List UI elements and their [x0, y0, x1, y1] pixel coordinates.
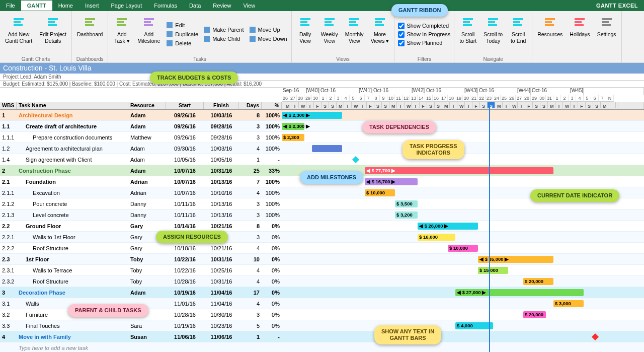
gantt-bar[interactable]: $ 16,000 — [418, 234, 455, 241]
cell-pct[interactable]: 100% — [262, 212, 282, 218]
gantt-bar[interactable]: $ 15,000 — [478, 267, 508, 274]
tab-file[interactable]: File — [0, 1, 21, 11]
cell-days[interactable]: 25 — [239, 168, 262, 174]
cell-resource[interactable]: Adam — [128, 123, 166, 129]
tab-formulas[interactable]: Formulas — [148, 1, 183, 11]
col-start[interactable]: Start — [166, 102, 204, 109]
cell-start[interactable]: 10/28/16 — [166, 312, 204, 318]
cell-task[interactable]: 1st Floor — [17, 256, 128, 262]
add-task-button[interactable]: AddTask ▾ — [111, 13, 132, 55]
add-new-gantt-button[interactable]: Add NewGantt Chart — [3, 13, 34, 55]
cell-pct[interactable]: 0% — [262, 323, 282, 329]
duplicate-button[interactable]: Duplicate — [165, 30, 199, 38]
cell-days[interactable]: 3 — [239, 212, 262, 218]
cell-task[interactable]: Roof Structure — [17, 278, 128, 285]
cell-start[interactable]: 10/07/16 — [166, 190, 204, 196]
tab-data[interactable]: Data — [183, 1, 207, 11]
task-row[interactable]: 2.3.1 Walls to Terrace Toby 10/22/16 10/… — [0, 265, 644, 276]
cell-start[interactable]: 09/30/16 — [166, 146, 204, 152]
cell-start[interactable]: 10/07/16 — [166, 168, 204, 174]
cell-finish[interactable]: 10/21/16 — [204, 245, 239, 251]
cell-start[interactable]: 10/19/16 — [166, 323, 204, 329]
cell-finish[interactable]: 10/31/16 — [204, 256, 239, 262]
cell-finish[interactable]: 09/28/16 — [204, 123, 239, 129]
task-row[interactable]: 3.3 Final Touches Sara 10/19/16 10/23/16… — [0, 320, 644, 331]
cell-resource[interactable]: Adam — [128, 146, 166, 152]
task-row[interactable]: 2.2.1 Walls to 1st Floor Gary 3 0% $ 16,… — [0, 232, 644, 243]
gantt-bar[interactable] — [312, 145, 342, 152]
gantt-bar[interactable]: $ 3,200 — [395, 212, 418, 219]
task-row[interactable]: 1.4 Sign agreement with Client Adam 10/0… — [0, 154, 644, 165]
cell-days[interactable]: 4 — [239, 245, 262, 251]
cell-pct[interactable]: - — [262, 157, 282, 163]
weekly-view-button[interactable]: WeeklyView — [319, 13, 340, 55]
gantt-bar[interactable]: $ 4,000 — [455, 322, 493, 329]
cell-days[interactable]: 1 — [239, 157, 262, 163]
cell-pct[interactable]: 100% — [262, 112, 282, 118]
show-planned-checkbox[interactable]: Show Planned — [397, 39, 451, 47]
cell-pct[interactable]: 0% — [262, 256, 282, 262]
task-row[interactable]: 2.1.3 Level concrete Danny 10/11/16 10/1… — [0, 209, 644, 221]
gantt-bar[interactable]: ◀ $ 16,700 ▶ — [365, 178, 418, 185]
task-row[interactable]: 1.1 Create draft of architecture Adam 09… — [0, 121, 644, 132]
cell-finish[interactable]: 10/25/16 — [204, 267, 239, 273]
col-wbs[interactable]: WBS — [0, 102, 17, 109]
cell-start[interactable]: 09/26/16 — [166, 112, 204, 118]
col-task[interactable]: Task Name — [17, 102, 128, 109]
cell-start[interactable]: 09/26/16 — [166, 134, 204, 140]
cell-resource[interactable]: Toby — [128, 256, 166, 262]
cell-pct[interactable]: 100% — [262, 201, 282, 207]
cell-start[interactable]: 10/14/16 — [166, 223, 204, 229]
cell-task[interactable]: Pour concrete — [17, 201, 128, 207]
cell-task[interactable]: Decoration Phase — [17, 290, 128, 296]
cell-resource[interactable]: Adam — [128, 157, 166, 163]
cell-pct[interactable]: 33% — [262, 168, 282, 174]
cell-days[interactable]: 4 — [239, 146, 262, 152]
make-parent-button[interactable]: Make Parent — [202, 26, 245, 34]
col-resource[interactable]: Resource — [128, 102, 166, 109]
settings-button[interactable]: Settings — [595, 13, 618, 55]
cell-pct[interactable]: 0% — [262, 245, 282, 251]
cell-task[interactable]: Architectural Design — [17, 112, 128, 118]
cell-task[interactable]: Ground Floor — [17, 223, 128, 229]
cell-finish[interactable]: 11/04/16 — [204, 290, 239, 296]
task-row[interactable]: 4 Move in with Family Susan 11/06/16 11/… — [0, 331, 644, 342]
cell-days[interactable]: 7 — [239, 179, 262, 185]
dashboard-button[interactable]: Dashboard — [75, 13, 105, 55]
gantt-bar[interactable]: ◀ $ 2,300 ▶ — [282, 123, 304, 130]
cell-finish[interactable]: 10/13/16 — [204, 179, 239, 185]
move-down-button[interactable]: Move Down — [248, 35, 288, 43]
edit-button[interactable]: Edit — [165, 21, 199, 29]
cell-start[interactable]: 10/28/16 — [166, 278, 204, 285]
cell-finish[interactable]: 10/03/16 — [204, 146, 239, 152]
cell-task[interactable]: Construction Phase — [17, 168, 128, 174]
show-progress-checkbox[interactable]: Show In Progress — [397, 31, 451, 38]
scroll-today-button[interactable]: Scroll toToday — [481, 13, 505, 55]
tab-view[interactable]: View — [237, 1, 261, 11]
cell-pct[interactable]: - — [262, 334, 282, 340]
cell-finish[interactable]: 10/31/16 — [204, 168, 239, 174]
cell-days[interactable]: 3 — [239, 312, 262, 318]
col-finish[interactable]: Finish — [204, 102, 239, 109]
cell-finish[interactable]: 10/30/16 — [204, 312, 239, 318]
task-row[interactable]: 2.2.2 Roof Structure Gary 10/18/16 10/21… — [0, 243, 644, 254]
cell-finish[interactable]: 11/04/16 — [204, 301, 239, 307]
gantt-bar[interactable]: $ 3,500 — [395, 200, 418, 207]
col-days[interactable]: Days — [239, 102, 262, 109]
gantt-bar[interactable]: $ 10,000 — [365, 189, 395, 196]
cell-finish[interactable]: 10/31/16 — [204, 278, 239, 285]
cell-finish[interactable]: 10/21/16 — [204, 223, 239, 229]
cell-task[interactable]: Prepare construction documents — [17, 134, 128, 140]
cell-pct[interactable]: 100% — [262, 134, 282, 140]
task-row[interactable]: 1.1.1 Prepare construction documents Mat… — [0, 132, 644, 143]
tab-insert[interactable]: Insert — [79, 1, 105, 11]
cell-finish[interactable]: 11/06/16 — [204, 334, 239, 340]
task-row[interactable]: 3 Decoration Phase Adam 10/19/16 11/04/1… — [0, 287, 644, 298]
cell-task[interactable]: Move in with Family — [17, 334, 128, 340]
task-row[interactable]: 2.3 1st Floor Toby 10/22/16 10/31/16 10 … — [0, 254, 644, 265]
task-row[interactable]: 1.2 Agreement to architectural plan Adam… — [0, 143, 644, 154]
gantt-bar[interactable]: ◀ $ 2,300 ▶ — [282, 112, 342, 119]
tab-review[interactable]: Review — [207, 1, 237, 11]
cell-start[interactable]: 10/22/16 — [166, 267, 204, 273]
cell-resource[interactable]: Susan — [128, 334, 166, 340]
